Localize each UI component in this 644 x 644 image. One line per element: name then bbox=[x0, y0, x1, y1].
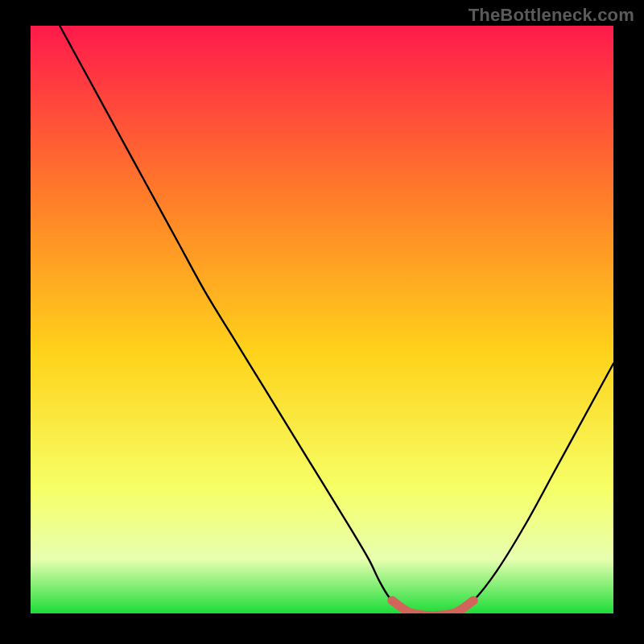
bottom-black-bar bbox=[0, 613, 644, 644]
chart-frame: TheBottleneck.com bbox=[0, 0, 644, 644]
gradient-background bbox=[31, 26, 613, 618]
watermark-text: TheBottleneck.com bbox=[469, 5, 634, 26]
bottleneck-plot-svg bbox=[31, 26, 613, 618]
plot-area bbox=[31, 26, 613, 618]
